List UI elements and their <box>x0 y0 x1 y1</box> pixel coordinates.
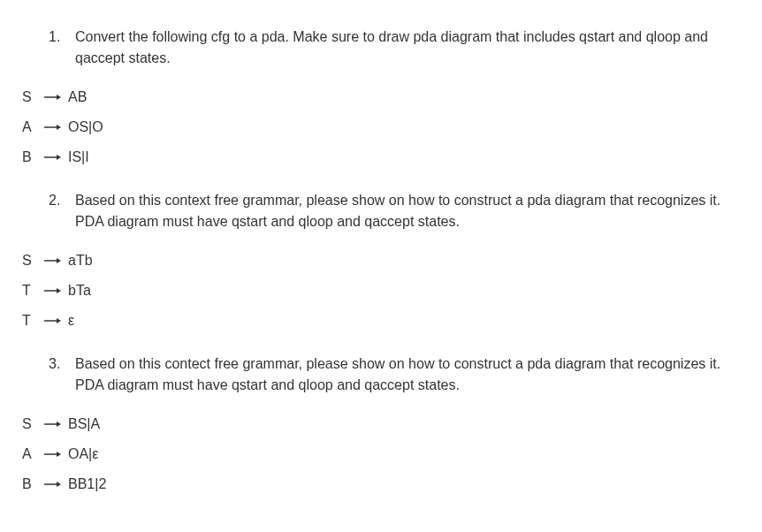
svg-marker-7 <box>57 258 61 263</box>
question-text: Convert the following cfg to a pda. Make… <box>75 27 740 69</box>
grammar-block-2: S aTb T bTa T ε <box>22 250 740 331</box>
question-number: 1. <box>49 27 75 69</box>
grammar-block-3: S BS|A A OA|ε B BB1|2 <box>22 414 740 495</box>
production-lhs: S <box>22 250 40 271</box>
production-row: T bTa <box>22 280 740 301</box>
arrow-icon <box>43 450 61 459</box>
production-lhs: B <box>22 474 40 495</box>
question-text: Based on this context free grammar, plea… <box>75 190 740 232</box>
svg-marker-13 <box>57 422 61 427</box>
arrow-icon <box>43 420 61 429</box>
svg-marker-15 <box>57 452 61 457</box>
question-text: Based on this contect free grammar, plea… <box>75 353 740 396</box>
production-lhs: A <box>22 117 40 138</box>
production-row: S AB <box>22 87 740 108</box>
production-row: T ε <box>22 310 740 331</box>
production-rhs: BS|A <box>68 414 100 435</box>
question-number: 3. <box>49 353 75 396</box>
production-rhs: OA|ε <box>68 444 98 465</box>
production-row: S aTb <box>22 250 740 271</box>
svg-marker-3 <box>57 125 61 130</box>
production-lhs: T <box>22 310 40 331</box>
production-row: A OS|O <box>22 117 740 138</box>
svg-marker-17 <box>57 482 61 487</box>
svg-marker-5 <box>57 155 61 160</box>
production-rhs: IS|I <box>68 147 89 168</box>
production-lhs: S <box>22 414 40 435</box>
production-row: B IS|I <box>22 147 740 168</box>
production-row: A OA|ε <box>22 444 740 465</box>
grammar-block-1: S AB A OS|O B IS|I <box>22 87 740 168</box>
production-rhs: AB <box>68 87 87 108</box>
arrow-icon <box>43 480 61 489</box>
production-lhs: A <box>22 444 40 465</box>
svg-marker-1 <box>57 95 61 100</box>
arrow-icon <box>43 153 61 162</box>
production-rhs: aTb <box>68 250 93 271</box>
svg-marker-9 <box>57 288 61 293</box>
production-lhs: T <box>22 280 40 301</box>
arrow-icon <box>43 93 61 102</box>
arrow-icon <box>43 123 61 132</box>
production-rhs: ε <box>68 310 74 331</box>
arrow-icon <box>43 286 61 295</box>
production-rhs: OS|O <box>68 117 103 138</box>
question-number: 2. <box>49 190 75 232</box>
arrow-icon <box>43 316 61 325</box>
arrow-icon <box>43 256 61 265</box>
production-lhs: S <box>22 87 40 108</box>
production-rhs: BB1|2 <box>68 474 106 495</box>
question-3: 3. Based on this contect free grammar, p… <box>22 353 740 396</box>
question-2: 2. Based on this context free grammar, p… <box>22 190 740 232</box>
svg-marker-11 <box>57 318 61 323</box>
production-row: S BS|A <box>22 414 740 435</box>
production-rhs: bTa <box>68 280 91 301</box>
production-lhs: B <box>22 147 40 168</box>
production-row: B BB1|2 <box>22 474 740 495</box>
question-1: 1. Convert the following cfg to a pda. M… <box>22 27 740 69</box>
